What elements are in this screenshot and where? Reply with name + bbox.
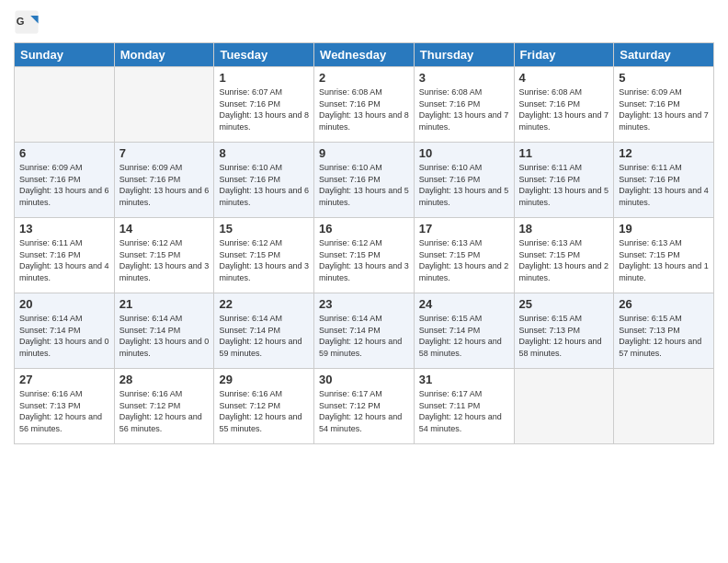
day-info: Sunrise: 6:12 AMSunset: 7:15 PMDaylight:… (319, 237, 409, 283)
day-cell: 2Sunrise: 6:08 AMSunset: 7:16 PMDaylight… (314, 67, 415, 143)
day-cell: 6Sunrise: 6:09 AMSunset: 7:16 PMDaylight… (15, 143, 115, 218)
day-cell: 23Sunrise: 6:14 AMSunset: 7:14 PMDayligh… (314, 293, 415, 369)
day-cell: 9Sunrise: 6:10 AMSunset: 7:16 PMDaylight… (314, 143, 415, 218)
weekday-monday: Monday (114, 43, 214, 67)
day-info: Sunrise: 6:07 AMSunset: 7:16 PMDaylight:… (219, 86, 309, 132)
day-cell: 18Sunrise: 6:13 AMSunset: 7:15 PMDayligh… (514, 218, 614, 293)
week-row-1: 6Sunrise: 6:09 AMSunset: 7:16 PMDaylight… (15, 143, 714, 218)
day-number: 2 (319, 71, 409, 85)
day-number: 1 (219, 71, 309, 85)
day-info: Sunrise: 6:14 AMSunset: 7:14 PMDaylight:… (119, 313, 210, 359)
weekday-header-row: SundayMondayTuesdayWednesdayThursdayFrid… (15, 43, 714, 67)
day-info: Sunrise: 6:11 AMSunset: 7:16 PMDaylight:… (19, 237, 109, 283)
day-info: Sunrise: 6:16 AMSunset: 7:12 PMDaylight:… (119, 388, 210, 434)
day-number: 25 (519, 297, 609, 311)
day-info: Sunrise: 6:11 AMSunset: 7:16 PMDaylight:… (619, 162, 709, 208)
weekday-sunday: Sunday (15, 43, 115, 67)
day-cell: 12Sunrise: 6:11 AMSunset: 7:16 PMDayligh… (614, 143, 714, 218)
weekday-friday: Friday (514, 43, 614, 67)
day-number: 23 (319, 297, 409, 311)
svg-text:G: G (17, 16, 25, 27)
day-info: Sunrise: 6:08 AMSunset: 7:16 PMDaylight:… (519, 86, 609, 132)
day-cell: 5Sunrise: 6:09 AMSunset: 7:16 PMDaylight… (614, 67, 714, 143)
day-cell: 10Sunrise: 6:10 AMSunset: 7:16 PMDayligh… (414, 143, 514, 218)
day-cell: 16Sunrise: 6:12 AMSunset: 7:15 PMDayligh… (314, 218, 415, 293)
week-row-2: 13Sunrise: 6:11 AMSunset: 7:16 PMDayligh… (15, 218, 714, 293)
day-cell: 28Sunrise: 6:16 AMSunset: 7:12 PMDayligh… (114, 369, 214, 444)
day-info: Sunrise: 6:13 AMSunset: 7:15 PMDaylight:… (519, 237, 609, 283)
day-cell: 7Sunrise: 6:09 AMSunset: 7:16 PMDaylight… (114, 143, 214, 218)
day-number: 19 (619, 222, 709, 236)
day-number: 21 (119, 297, 210, 311)
day-cell: 31Sunrise: 6:17 AMSunset: 7:11 PMDayligh… (414, 369, 514, 444)
day-number: 24 (419, 297, 509, 311)
weekday-thursday: Thursday (414, 43, 514, 67)
day-number: 3 (419, 71, 509, 85)
day-info: Sunrise: 6:08 AMSunset: 7:16 PMDaylight:… (319, 86, 409, 132)
day-cell: 20Sunrise: 6:14 AMSunset: 7:14 PMDayligh… (15, 293, 115, 369)
day-number: 4 (519, 71, 609, 85)
day-info: Sunrise: 6:09 AMSunset: 7:16 PMDaylight:… (619, 86, 709, 132)
day-cell (614, 369, 714, 444)
day-cell (114, 67, 214, 143)
week-row-3: 20Sunrise: 6:14 AMSunset: 7:14 PMDayligh… (15, 293, 714, 369)
day-number: 14 (119, 222, 210, 236)
day-number: 27 (19, 373, 109, 386)
day-cell: 8Sunrise: 6:10 AMSunset: 7:16 PMDaylight… (214, 143, 314, 218)
day-number: 29 (219, 373, 309, 386)
day-number: 7 (119, 146, 210, 160)
day-info: Sunrise: 6:17 AMSunset: 7:12 PMDaylight:… (319, 388, 409, 434)
day-number: 10 (419, 146, 509, 160)
day-number: 13 (19, 222, 109, 236)
day-info: Sunrise: 6:12 AMSunset: 7:15 PMDaylight:… (119, 237, 210, 283)
day-info: Sunrise: 6:10 AMSunset: 7:16 PMDaylight:… (419, 162, 509, 208)
day-number: 17 (419, 222, 509, 236)
day-info: Sunrise: 6:17 AMSunset: 7:11 PMDaylight:… (419, 388, 509, 434)
day-cell: 22Sunrise: 6:14 AMSunset: 7:14 PMDayligh… (214, 293, 314, 369)
day-number: 20 (19, 297, 109, 311)
day-number: 15 (219, 222, 309, 236)
day-cell: 26Sunrise: 6:15 AMSunset: 7:13 PMDayligh… (614, 293, 714, 369)
day-number: 8 (219, 146, 309, 160)
logo: G (14, 9, 41, 35)
day-info: Sunrise: 6:16 AMSunset: 7:13 PMDaylight:… (19, 388, 109, 434)
day-info: Sunrise: 6:09 AMSunset: 7:16 PMDaylight:… (19, 162, 109, 208)
day-cell: 24Sunrise: 6:15 AMSunset: 7:14 PMDayligh… (414, 293, 514, 369)
day-info: Sunrise: 6:16 AMSunset: 7:12 PMDaylight:… (219, 388, 309, 434)
day-info: Sunrise: 6:09 AMSunset: 7:16 PMDaylight:… (119, 162, 210, 208)
day-number: 11 (519, 146, 609, 160)
day-cell: 19Sunrise: 6:13 AMSunset: 7:15 PMDayligh… (614, 218, 714, 293)
logo-icon: G (14, 9, 40, 35)
weekday-saturday: Saturday (614, 43, 714, 67)
weekday-wednesday: Wednesday (314, 43, 415, 67)
day-cell: 15Sunrise: 6:12 AMSunset: 7:15 PMDayligh… (214, 218, 314, 293)
day-info: Sunrise: 6:15 AMSunset: 7:13 PMDaylight:… (519, 313, 609, 359)
day-cell: 11Sunrise: 6:11 AMSunset: 7:16 PMDayligh… (514, 143, 614, 218)
day-info: Sunrise: 6:12 AMSunset: 7:15 PMDaylight:… (219, 237, 309, 283)
week-row-0: 1Sunrise: 6:07 AMSunset: 7:16 PMDaylight… (15, 67, 714, 143)
day-cell: 21Sunrise: 6:14 AMSunset: 7:14 PMDayligh… (114, 293, 214, 369)
day-info: Sunrise: 6:10 AMSunset: 7:16 PMDaylight:… (319, 162, 409, 208)
day-number: 18 (519, 222, 609, 236)
day-info: Sunrise: 6:11 AMSunset: 7:16 PMDaylight:… (519, 162, 609, 208)
day-number: 22 (219, 297, 309, 311)
day-info: Sunrise: 6:14 AMSunset: 7:14 PMDaylight:… (19, 313, 109, 359)
day-info: Sunrise: 6:15 AMSunset: 7:13 PMDaylight:… (619, 313, 709, 359)
day-cell (514, 369, 614, 444)
page: G SundayMondayTuesdayWednesdayThursdayFr… (0, 0, 728, 563)
day-cell: 4Sunrise: 6:08 AMSunset: 7:16 PMDaylight… (514, 67, 614, 143)
week-row-4: 27Sunrise: 6:16 AMSunset: 7:13 PMDayligh… (15, 369, 714, 444)
day-number: 30 (319, 373, 409, 386)
day-cell: 1Sunrise: 6:07 AMSunset: 7:16 PMDaylight… (214, 67, 314, 143)
day-number: 12 (619, 146, 709, 160)
day-info: Sunrise: 6:14 AMSunset: 7:14 PMDaylight:… (219, 313, 309, 359)
day-info: Sunrise: 6:08 AMSunset: 7:16 PMDaylight:… (419, 86, 509, 132)
header: G (14, 9, 714, 35)
day-cell: 30Sunrise: 6:17 AMSunset: 7:12 PMDayligh… (314, 369, 415, 444)
day-info: Sunrise: 6:13 AMSunset: 7:15 PMDaylight:… (619, 237, 709, 283)
day-cell: 13Sunrise: 6:11 AMSunset: 7:16 PMDayligh… (15, 218, 115, 293)
day-cell: 3Sunrise: 6:08 AMSunset: 7:16 PMDaylight… (414, 67, 514, 143)
day-cell: 29Sunrise: 6:16 AMSunset: 7:12 PMDayligh… (214, 369, 314, 444)
day-number: 9 (319, 146, 409, 160)
day-number: 16 (319, 222, 409, 236)
